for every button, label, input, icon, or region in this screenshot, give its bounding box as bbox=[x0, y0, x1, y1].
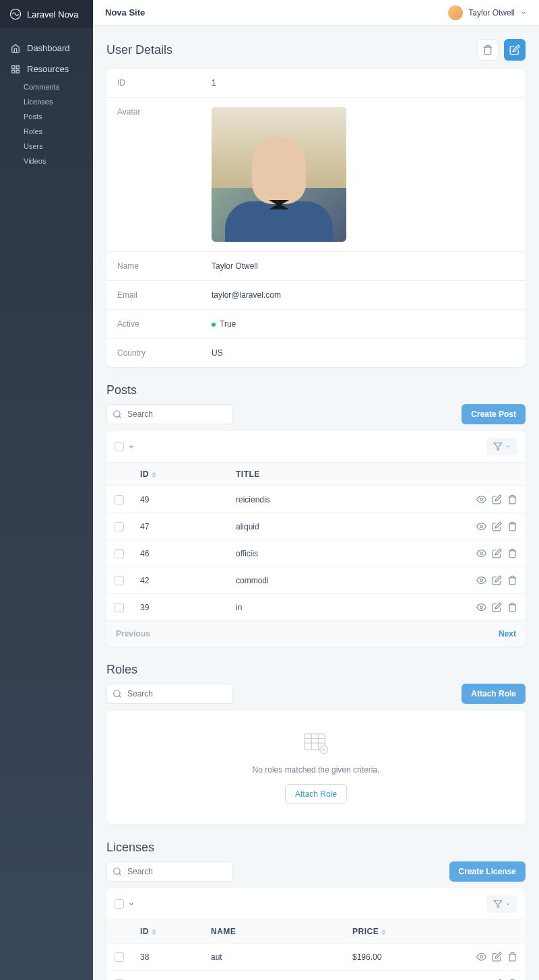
avatar-image bbox=[212, 107, 346, 242]
licenses-search-input[interactable] bbox=[106, 861, 233, 882]
sort-icon[interactable] bbox=[152, 929, 156, 936]
roles-search-input[interactable] bbox=[106, 684, 233, 704]
nav-posts[interactable]: Posts bbox=[24, 109, 93, 124]
view-icon[interactable] bbox=[476, 494, 486, 504]
nav-resources[interactable]: Resources bbox=[0, 59, 93, 79]
row-checkbox[interactable] bbox=[115, 495, 124, 504]
field-value: taylor@laravel.com bbox=[212, 290, 281, 300]
trash-icon[interactable] bbox=[507, 952, 517, 962]
edit-icon[interactable] bbox=[492, 548, 502, 558]
view-icon[interactable] bbox=[476, 575, 486, 585]
cell-title: aliquid bbox=[236, 522, 464, 531]
trash-icon[interactable] bbox=[507, 548, 517, 558]
create-post-button[interactable]: Create Post bbox=[462, 404, 526, 424]
trash-icon[interactable] bbox=[507, 521, 517, 531]
sort-icon[interactable] bbox=[381, 929, 386, 936]
edit-icon[interactable] bbox=[492, 494, 502, 504]
svg-point-5 bbox=[114, 411, 120, 417]
chevron-down-icon bbox=[505, 444, 511, 449]
svg-rect-2 bbox=[16, 65, 19, 68]
user-name: Taylor Otwell bbox=[468, 8, 515, 18]
user-menu[interactable]: Taylor Otwell bbox=[448, 5, 527, 20]
row-checkbox[interactable] bbox=[115, 522, 124, 531]
field-label: Email bbox=[117, 290, 212, 300]
svg-rect-3 bbox=[16, 70, 19, 73]
attach-role-empty-button[interactable]: Attach Role bbox=[285, 784, 347, 804]
select-all-checkbox[interactable] bbox=[115, 442, 124, 451]
avatar-icon bbox=[448, 5, 463, 20]
edit-icon[interactable] bbox=[492, 602, 502, 612]
edit-button[interactable] bbox=[504, 39, 526, 61]
posts-search-input[interactable] bbox=[106, 404, 233, 424]
row-actions bbox=[464, 548, 517, 558]
posts-title: Posts bbox=[106, 383, 526, 397]
edit-icon[interactable] bbox=[492, 952, 502, 962]
edit-icon[interactable] bbox=[492, 575, 502, 585]
row-checkbox[interactable] bbox=[115, 549, 124, 558]
cell-id: 39 bbox=[140, 603, 236, 612]
svg-point-10 bbox=[480, 606, 483, 609]
column-header[interactable]: ID bbox=[140, 469, 149, 479]
chevron-down-icon[interactable] bbox=[128, 443, 135, 450]
table-row: 38 aut $196.00 bbox=[106, 944, 526, 971]
chevron-down-icon bbox=[520, 9, 527, 16]
delete-button[interactable] bbox=[477, 39, 499, 61]
sort-icon[interactable] bbox=[152, 471, 156, 478]
view-icon[interactable] bbox=[476, 952, 486, 962]
nav-videos[interactable]: Videos bbox=[24, 154, 93, 168]
create-license-button[interactable]: Create License bbox=[449, 861, 526, 882]
view-icon[interactable] bbox=[476, 602, 486, 612]
field-value: True bbox=[212, 319, 236, 329]
roles-table: No roles matched the given criteria. Att… bbox=[106, 711, 526, 824]
posts-table: ID TITLE 49 reiciendis 47 aliquid 46 off… bbox=[106, 431, 526, 647]
trash-icon[interactable] bbox=[507, 575, 517, 585]
navigation: Dashboard Resources Comments Licenses Po… bbox=[0, 28, 93, 178]
svg-point-11 bbox=[114, 690, 120, 696]
nav-dashboard[interactable]: Dashboard bbox=[0, 38, 93, 59]
cell-id: 42 bbox=[140, 576, 236, 585]
next-button[interactable]: Next bbox=[499, 629, 516, 639]
field-label: Name bbox=[117, 261, 212, 271]
edit-icon bbox=[509, 44, 520, 55]
filter-button[interactable] bbox=[486, 438, 517, 455]
site-title: Nova Site bbox=[105, 7, 145, 18]
edit-icon[interactable] bbox=[492, 521, 502, 531]
row-checkbox[interactable] bbox=[115, 576, 124, 585]
row-actions bbox=[464, 521, 517, 531]
attach-role-button[interactable]: Attach Role bbox=[462, 684, 526, 704]
column-header[interactable]: TITLE bbox=[236, 469, 260, 479]
trash-icon[interactable] bbox=[507, 602, 517, 612]
svg-rect-1 bbox=[12, 65, 15, 68]
column-header[interactable]: ID bbox=[140, 927, 149, 936]
nav-roles[interactable]: Roles bbox=[24, 124, 93, 139]
select-all-checkbox[interactable] bbox=[115, 899, 124, 909]
nav-licenses[interactable]: Licenses bbox=[24, 94, 93, 109]
trash-icon[interactable] bbox=[507, 494, 517, 504]
column-header[interactable]: NAME bbox=[211, 927, 236, 936]
page-title: User Details bbox=[106, 43, 172, 57]
search-icon bbox=[113, 410, 122, 419]
view-icon[interactable] bbox=[476, 521, 486, 531]
svg-point-7 bbox=[480, 525, 483, 528]
cell-title: officiis bbox=[236, 549, 464, 558]
prev-button[interactable]: Previous bbox=[116, 629, 150, 639]
chevron-down-icon[interactable] bbox=[128, 901, 135, 907]
licenses-title: Licenses bbox=[106, 841, 526, 855]
field-value: 1 bbox=[212, 78, 216, 88]
nav-users[interactable]: Users bbox=[24, 139, 93, 154]
nova-logo-icon bbox=[9, 8, 22, 20]
column-header[interactable]: PRICE bbox=[352, 927, 379, 936]
field-label: Avatar bbox=[117, 107, 212, 242]
row-checkbox[interactable] bbox=[115, 952, 124, 962]
row-actions bbox=[464, 602, 517, 612]
nav-comments[interactable]: Comments bbox=[24, 79, 93, 94]
field-label: ID bbox=[117, 78, 212, 88]
row-actions bbox=[464, 575, 517, 585]
cell-id: 38 bbox=[140, 952, 211, 962]
logo[interactable]: Laravel Nova bbox=[0, 0, 93, 28]
row-checkbox[interactable] bbox=[115, 603, 124, 612]
table-row: 46 officiis bbox=[106, 540, 526, 567]
filter-button[interactable] bbox=[486, 895, 517, 913]
view-icon[interactable] bbox=[476, 548, 486, 558]
chevron-down-icon bbox=[505, 901, 511, 907]
